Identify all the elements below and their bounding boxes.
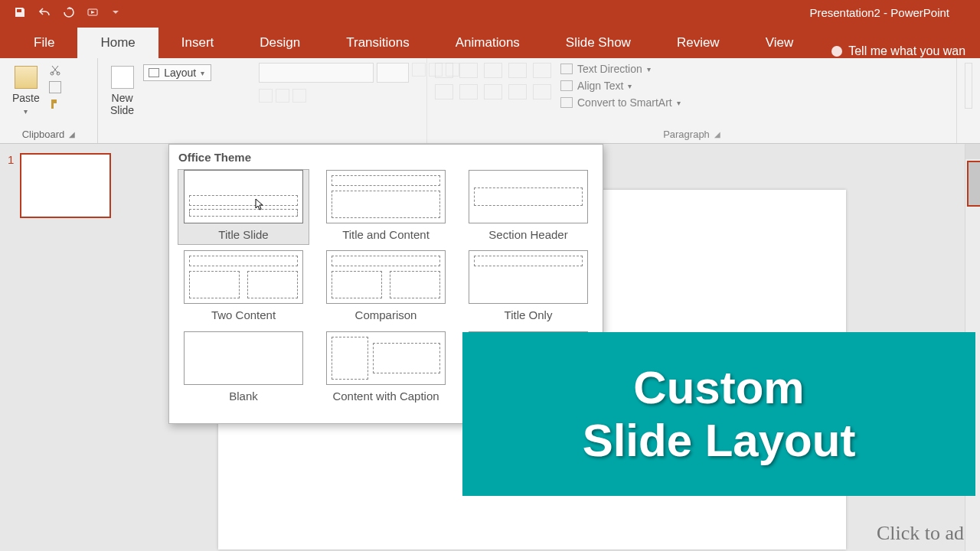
copy-icon[interactable] — [49, 81, 61, 93]
layout-option-section-header[interactable]: Section Header — [463, 170, 593, 244]
layout-option-title-slide[interactable]: Title Slide — [178, 170, 309, 244]
tab-slideshow[interactable]: Slide Show — [543, 28, 654, 58]
font-size-combo[interactable] — [377, 63, 409, 83]
slide-number: 1 — [8, 153, 14, 218]
increase-indent-icon[interactable] — [508, 63, 527, 78]
align-right-icon[interactable] — [484, 84, 502, 99]
group-font — [251, 58, 427, 143]
layout-option-comparison[interactable]: Comparison — [321, 250, 451, 324]
tab-file[interactable]: File — [11, 28, 77, 58]
format-painter-icon[interactable] — [49, 98, 61, 110]
scroll-up-icon[interactable] — [965, 144, 980, 159]
bold-icon[interactable] — [259, 89, 273, 103]
columns-icon[interactable] — [533, 84, 551, 99]
layout-thumb — [184, 170, 303, 223]
window-title: Presentation2 - PowerPoint — [809, 6, 980, 19]
new-slide-icon — [111, 66, 134, 89]
layout-option-content-with-caption[interactable]: Content with Caption — [321, 331, 451, 419]
start-from-beginning-icon[interactable] — [87, 6, 100, 18]
group-slides: New Slide Layout ▾ — [98, 58, 251, 143]
layout-icon — [149, 68, 159, 77]
group-clipboard: Paste ▾ Clipboard◢ — [0, 58, 98, 143]
italic-icon[interactable] — [276, 89, 289, 103]
slide-thumbnail-pane[interactable]: 1 — [0, 144, 119, 551]
ribbon-tabs: File Home Insert Design Transitions Anim… — [0, 24, 980, 58]
lightbulb-icon — [831, 46, 842, 57]
tell-me-search[interactable]: Tell me what you wan — [831, 44, 965, 58]
smartart-icon — [560, 97, 573, 108]
text-direction-icon — [560, 64, 573, 74]
quick-access-toolbar — [0, 6, 119, 18]
increase-font-icon[interactable] — [412, 63, 426, 77]
slide-thumbnail-1[interactable]: 1 — [8, 153, 111, 218]
underline-icon[interactable] — [292, 89, 306, 103]
overlay-text: CustomSlide Layout — [583, 361, 856, 467]
redo-icon[interactable] — [63, 6, 75, 18]
convert-smartart-button[interactable]: Convert to SmartArt▾ — [560, 96, 681, 109]
cut-icon[interactable] — [49, 64, 61, 77]
title-bar: Presentation2 - PowerPoint — [0, 0, 980, 24]
justify-icon[interactable] — [508, 84, 527, 99]
numbering-icon[interactable] — [459, 63, 478, 78]
paragraph-dialog-launcher-icon[interactable]: ◢ — [714, 130, 720, 139]
scroll-thumb[interactable] — [967, 161, 980, 207]
tab-animations[interactable]: Animations — [433, 28, 543, 58]
tell-me-placeholder: Tell me what you wan — [848, 44, 965, 58]
undo-icon[interactable] — [38, 6, 51, 18]
bullets-icon[interactable] — [435, 63, 453, 78]
cursor-icon — [255, 198, 264, 210]
gallery-section-header: Office Theme — [169, 145, 603, 170]
group-paragraph: Text Direction▾ Align Text▾ Convert to S… — [427, 58, 957, 143]
tab-insert[interactable]: Insert — [158, 28, 237, 58]
group-drawing-edge — [957, 58, 980, 143]
ribbon-home: Paste ▾ Clipboard◢ New Slide Layout ▾ — [0, 58, 980, 144]
paste-button[interactable]: Paste ▾ — [8, 63, 44, 119]
layout-option-two-content[interactable]: Two Content — [178, 250, 309, 324]
overlay-banner: CustomSlide Layout — [462, 332, 975, 496]
decrease-indent-icon[interactable] — [484, 63, 502, 78]
title-placeholder[interactable]: Click to add — [877, 522, 974, 545]
tab-transitions[interactable]: Transitions — [323, 28, 433, 58]
clipboard-mini-buttons — [49, 63, 61, 110]
clipboard-icon — [15, 66, 38, 89]
align-center-icon[interactable] — [459, 84, 478, 99]
align-text-icon — [560, 80, 573, 91]
line-spacing-icon[interactable] — [533, 63, 551, 78]
tab-view[interactable]: View — [743, 28, 817, 58]
clipboard-dialog-launcher-icon[interactable]: ◢ — [69, 130, 75, 139]
tab-design[interactable]: Design — [237, 28, 323, 58]
align-left-icon[interactable] — [435, 84, 453, 99]
layout-option-blank[interactable]: Blank — [178, 331, 309, 419]
layout-option-title-and-content[interactable]: Title and Content — [321, 170, 451, 244]
tab-home[interactable]: Home — [77, 28, 158, 58]
font-family-combo[interactable] — [259, 63, 374, 83]
shapes-gallery-edge[interactable] — [965, 63, 972, 109]
align-text-button[interactable]: Align Text▾ — [560, 80, 681, 92]
slide-thumb-preview — [20, 153, 111, 218]
text-direction-button[interactable]: Text Direction▾ — [560, 63, 681, 75]
qat-customize-icon[interactable] — [112, 6, 119, 18]
layout-dropdown-button[interactable]: Layout ▾ — [143, 64, 211, 81]
save-icon[interactable] — [14, 6, 26, 18]
new-slide-button[interactable]: New Slide — [106, 63, 139, 119]
tab-review[interactable]: Review — [654, 28, 743, 58]
layout-option-title-only[interactable]: Title Only — [463, 250, 593, 324]
